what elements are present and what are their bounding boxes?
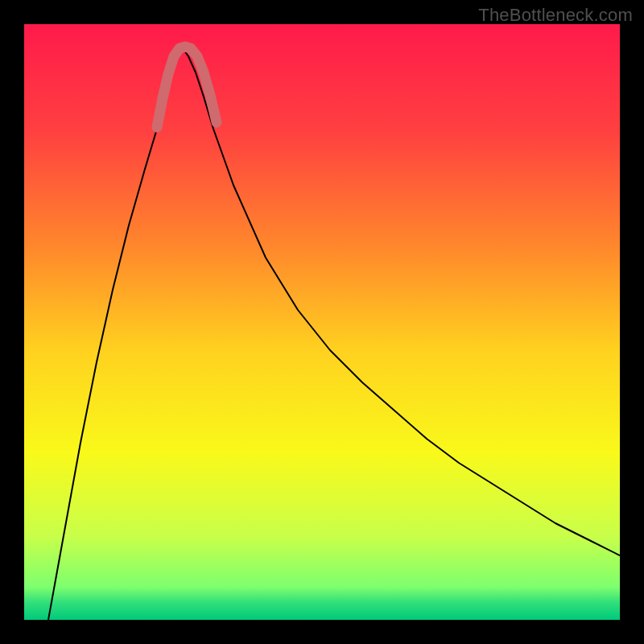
plot-area — [24, 24, 620, 620]
chart-frame: TheBottleneck.com — [0, 0, 644, 644]
watermark-text: TheBottleneck.com — [478, 5, 633, 26]
gradient-background — [24, 24, 620, 620]
plot-svg — [24, 24, 620, 620]
